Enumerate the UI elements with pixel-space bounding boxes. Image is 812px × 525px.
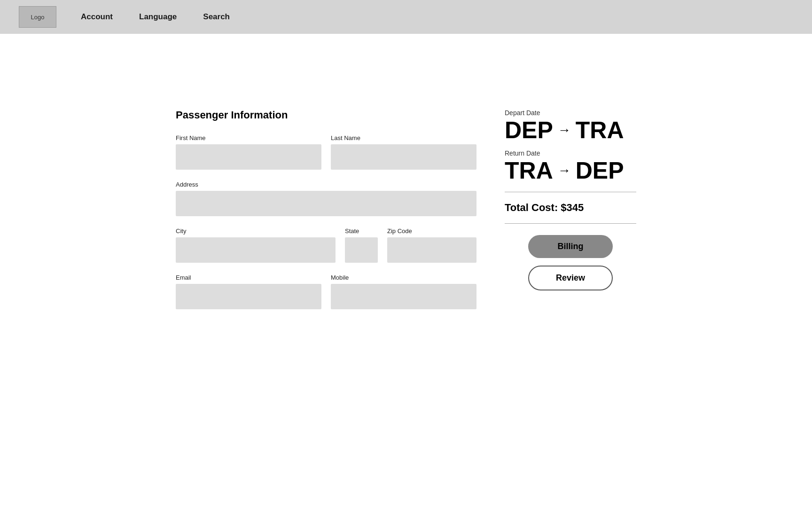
main-content: Passenger Information First Name Last Na… xyxy=(0,34,812,349)
email-group: Email xyxy=(176,274,321,309)
city-input[interactable] xyxy=(176,237,336,263)
billing-button[interactable]: Billing xyxy=(528,235,613,258)
nav-search[interactable]: Search xyxy=(190,12,243,22)
address-input[interactable] xyxy=(176,191,476,216)
return-arrow-icon: → xyxy=(558,163,571,178)
state-label: State xyxy=(345,227,378,235)
email-mobile-row: Email Mobile xyxy=(176,274,476,309)
email-label: Email xyxy=(176,274,321,281)
return-date-label: Return Date xyxy=(505,149,636,157)
passenger-form: Passenger Information First Name Last Na… xyxy=(176,81,476,321)
depart-date-label: Depart Date xyxy=(505,109,636,117)
address-label: Address xyxy=(176,181,476,188)
zip-label: Zip Code xyxy=(387,227,476,235)
zip-input[interactable] xyxy=(387,237,476,263)
state-input[interactable] xyxy=(345,237,378,263)
city-label: City xyxy=(176,227,336,235)
return-to-code: DEP xyxy=(576,159,624,182)
booking-summary: Depart Date DEP → TRA Return Date TRA → … xyxy=(505,81,636,321)
mobile-group: Mobile xyxy=(331,274,476,309)
depart-block: Depart Date DEP → TRA xyxy=(505,109,636,142)
address-group: Address xyxy=(176,181,476,216)
last-name-label: Last Name xyxy=(331,134,476,141)
zip-group: Zip Code xyxy=(387,227,476,263)
last-name-input[interactable] xyxy=(331,144,476,170)
depart-from-code: DEP xyxy=(505,118,553,142)
address-row: Address xyxy=(176,181,476,216)
depart-route: DEP → TRA xyxy=(505,118,636,142)
nav-language[interactable]: Language xyxy=(126,12,190,22)
return-from-code: TRA xyxy=(505,159,553,182)
divider-bottom xyxy=(505,223,636,224)
mobile-label: Mobile xyxy=(331,274,476,281)
return-block: Return Date TRA → DEP xyxy=(505,149,636,182)
nav-account[interactable]: Account xyxy=(68,12,126,22)
divider-top xyxy=(505,192,636,192)
form-title: Passenger Information xyxy=(176,109,476,121)
depart-to-code: TRA xyxy=(576,118,624,142)
email-input[interactable] xyxy=(176,284,321,309)
last-name-group: Last Name xyxy=(331,134,476,170)
first-name-label: First Name xyxy=(176,134,321,141)
city-state-zip-row: City State Zip Code xyxy=(176,227,476,263)
state-group: State xyxy=(345,227,378,263)
mobile-input[interactable] xyxy=(331,284,476,309)
navbar: Logo Account Language Search xyxy=(0,0,812,34)
review-button[interactable]: Review xyxy=(528,266,613,290)
logo-label: Logo xyxy=(31,14,45,21)
total-cost: Total Cost: $345 xyxy=(505,202,636,214)
name-row: First Name Last Name xyxy=(176,134,476,170)
depart-arrow-icon: → xyxy=(558,123,571,138)
first-name-input[interactable] xyxy=(176,144,321,170)
first-name-group: First Name xyxy=(176,134,321,170)
logo: Logo xyxy=(19,6,56,28)
city-group: City xyxy=(176,227,336,263)
return-route: TRA → DEP xyxy=(505,159,636,182)
